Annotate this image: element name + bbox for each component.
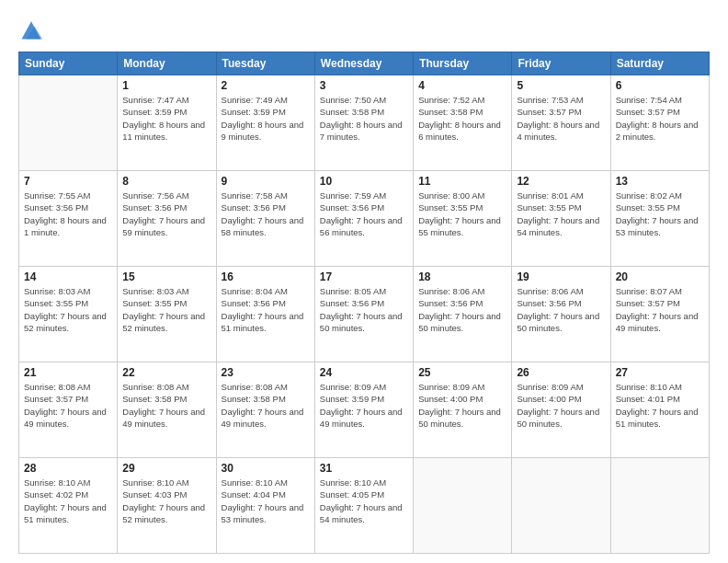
- day-info: Sunrise: 8:09 AMSunset: 4:00 PMDaylight:…: [517, 381, 605, 430]
- day-info: Sunrise: 7:52 AMSunset: 3:58 PMDaylight:…: [418, 94, 506, 143]
- day-info: Sunrise: 8:10 AMSunset: 4:03 PMDaylight:…: [122, 477, 210, 525]
- calendar-cell: [19, 75, 118, 171]
- weekday-header-thursday: Thursday: [414, 52, 512, 75]
- calendar-body: 1Sunrise: 7:47 AMSunset: 3:59 PMDaylight…: [19, 75, 710, 554]
- day-info: Sunrise: 8:01 AMSunset: 3:55 PMDaylight:…: [517, 190, 605, 238]
- weekday-header-sunday: Sunday: [19, 52, 118, 75]
- day-number: 18: [418, 270, 506, 283]
- day-number: 22: [122, 366, 210, 379]
- calendar-cell: 5Sunrise: 7:53 AMSunset: 3:57 PMDaylight…: [512, 75, 610, 171]
- day-info: Sunrise: 8:05 AMSunset: 3:56 PMDaylight:…: [320, 285, 408, 334]
- day-info: Sunrise: 8:00 AMSunset: 3:55 PMDaylight:…: [418, 190, 506, 238]
- day-info: Sunrise: 8:03 AMSunset: 3:55 PMDaylight:…: [122, 285, 210, 334]
- day-info: Sunrise: 8:08 AMSunset: 3:58 PMDaylight:…: [122, 381, 210, 430]
- day-number: 19: [517, 270, 605, 283]
- calendar-cell: 20Sunrise: 8:07 AMSunset: 3:57 PMDayligh…: [610, 267, 709, 362]
- day-number: 7: [24, 175, 112, 188]
- calendar-cell: 9Sunrise: 7:58 AMSunset: 3:56 PMDaylight…: [216, 171, 314, 267]
- day-info: Sunrise: 8:06 AMSunset: 3:56 PMDaylight:…: [418, 285, 506, 334]
- weekday-header-tuesday: Tuesday: [216, 52, 314, 75]
- calendar-cell: 10Sunrise: 7:59 AMSunset: 3:56 PMDayligh…: [314, 171, 413, 267]
- weekday-row: SundayMondayTuesdayWednesdayThursdayFrid…: [19, 52, 710, 75]
- weekday-header-monday: Monday: [118, 52, 216, 75]
- day-number: 28: [24, 462, 112, 475]
- calendar-cell: 18Sunrise: 8:06 AMSunset: 3:56 PMDayligh…: [414, 267, 512, 362]
- calendar-cell: 27Sunrise: 8:10 AMSunset: 4:01 PMDayligh…: [610, 362, 709, 458]
- calendar-cell: 3Sunrise: 7:50 AMSunset: 3:58 PMDaylight…: [314, 75, 413, 171]
- day-number: 5: [517, 79, 605, 92]
- day-number: 11: [418, 175, 506, 188]
- weekday-header-friday: Friday: [512, 52, 610, 75]
- day-info: Sunrise: 8:10 AMSunset: 4:04 PMDaylight:…: [222, 477, 310, 525]
- day-info: Sunrise: 8:06 AMSunset: 3:56 PMDaylight:…: [517, 285, 605, 334]
- day-number: 21: [24, 366, 112, 379]
- calendar-cell: [414, 458, 512, 554]
- day-number: 8: [122, 175, 210, 188]
- day-number: 29: [122, 462, 210, 475]
- calendar-cell: 11Sunrise: 8:00 AMSunset: 3:55 PMDayligh…: [414, 171, 512, 267]
- day-number: 24: [320, 366, 408, 379]
- calendar-cell: 16Sunrise: 8:04 AMSunset: 3:56 PMDayligh…: [216, 267, 314, 362]
- day-number: 31: [320, 462, 408, 475]
- calendar-cell: 13Sunrise: 8:02 AMSunset: 3:55 PMDayligh…: [610, 171, 709, 267]
- calendar-cell: 23Sunrise: 8:08 AMSunset: 3:58 PMDayligh…: [216, 362, 314, 458]
- day-info: Sunrise: 7:58 AMSunset: 3:56 PMDaylight:…: [222, 190, 310, 238]
- day-info: Sunrise: 7:50 AMSunset: 3:58 PMDaylight:…: [320, 94, 408, 143]
- calendar-cell: 12Sunrise: 8:01 AMSunset: 3:55 PMDayligh…: [512, 171, 610, 267]
- calendar-week-2: 7Sunrise: 7:55 AMSunset: 3:56 PMDaylight…: [19, 171, 710, 267]
- calendar-cell: 25Sunrise: 8:09 AMSunset: 4:00 PMDayligh…: [414, 362, 512, 458]
- calendar-week-1: 1Sunrise: 7:47 AMSunset: 3:59 PMDaylight…: [19, 75, 710, 171]
- calendar-cell: 4Sunrise: 7:52 AMSunset: 3:58 PMDaylight…: [414, 75, 512, 171]
- header: [18, 17, 710, 42]
- day-number: 25: [418, 366, 506, 379]
- calendar-cell: 19Sunrise: 8:06 AMSunset: 3:56 PMDayligh…: [512, 267, 610, 362]
- day-number: 2: [222, 79, 310, 92]
- calendar-cell: 28Sunrise: 8:10 AMSunset: 4:02 PMDayligh…: [19, 458, 118, 554]
- calendar-cell: [512, 458, 610, 554]
- calendar-cell: 24Sunrise: 8:09 AMSunset: 3:59 PMDayligh…: [314, 362, 413, 458]
- calendar-cell: 30Sunrise: 8:10 AMSunset: 4:04 PMDayligh…: [216, 458, 314, 554]
- day-info: Sunrise: 8:08 AMSunset: 3:58 PMDaylight:…: [222, 381, 310, 430]
- day-number: 30: [222, 462, 310, 475]
- day-number: 26: [517, 366, 605, 379]
- day-info: Sunrise: 7:53 AMSunset: 3:57 PMDaylight:…: [517, 94, 605, 143]
- calendar-week-5: 28Sunrise: 8:10 AMSunset: 4:02 PMDayligh…: [19, 458, 710, 554]
- day-info: Sunrise: 7:47 AMSunset: 3:59 PMDaylight:…: [122, 94, 210, 143]
- day-info: Sunrise: 8:10 AMSunset: 4:05 PMDaylight:…: [320, 477, 408, 525]
- calendar-cell: 7Sunrise: 7:55 AMSunset: 3:56 PMDaylight…: [19, 171, 118, 267]
- calendar-week-3: 14Sunrise: 8:03 AMSunset: 3:55 PMDayligh…: [19, 267, 710, 362]
- calendar-cell: 2Sunrise: 7:49 AMSunset: 3:59 PMDaylight…: [216, 75, 314, 171]
- calendar-cell: 6Sunrise: 7:54 AMSunset: 3:57 PMDaylight…: [610, 75, 709, 171]
- day-number: 17: [320, 270, 408, 283]
- day-info: Sunrise: 7:56 AMSunset: 3:56 PMDaylight:…: [122, 190, 210, 238]
- day-info: Sunrise: 7:55 AMSunset: 3:56 PMDaylight:…: [24, 190, 112, 238]
- day-info: Sunrise: 8:10 AMSunset: 4:02 PMDaylight:…: [24, 477, 112, 525]
- day-number: 3: [320, 79, 408, 92]
- day-info: Sunrise: 8:02 AMSunset: 3:55 PMDaylight:…: [616, 190, 704, 238]
- calendar-cell: 22Sunrise: 8:08 AMSunset: 3:58 PMDayligh…: [118, 362, 216, 458]
- day-number: 20: [616, 270, 704, 283]
- day-number: 15: [122, 270, 210, 283]
- day-info: Sunrise: 8:08 AMSunset: 3:57 PMDaylight:…: [24, 381, 112, 430]
- page: SundayMondayTuesdayWednesdayThursdayFrid…: [0, 0, 728, 563]
- logo: [18, 17, 48, 42]
- day-number: 13: [616, 175, 704, 188]
- day-info: Sunrise: 7:49 AMSunset: 3:59 PMDaylight:…: [222, 94, 310, 143]
- day-info: Sunrise: 7:54 AMSunset: 3:57 PMDaylight:…: [616, 94, 704, 143]
- day-number: 16: [222, 270, 310, 283]
- day-info: Sunrise: 8:10 AMSunset: 4:01 PMDaylight:…: [616, 381, 704, 430]
- day-info: Sunrise: 8:04 AMSunset: 3:56 PMDaylight:…: [222, 285, 310, 334]
- day-info: Sunrise: 8:09 AMSunset: 3:59 PMDaylight:…: [320, 381, 408, 430]
- calendar-cell: 29Sunrise: 8:10 AMSunset: 4:03 PMDayligh…: [118, 458, 216, 554]
- day-number: 4: [418, 79, 506, 92]
- calendar-cell: 8Sunrise: 7:56 AMSunset: 3:56 PMDaylight…: [118, 171, 216, 267]
- day-info: Sunrise: 7:59 AMSunset: 3:56 PMDaylight:…: [320, 190, 408, 238]
- weekday-header-saturday: Saturday: [610, 52, 709, 75]
- day-number: 9: [222, 175, 310, 188]
- day-number: 14: [24, 270, 112, 283]
- day-number: 1: [122, 79, 210, 92]
- day-info: Sunrise: 8:09 AMSunset: 4:00 PMDaylight:…: [418, 381, 506, 430]
- day-info: Sunrise: 8:03 AMSunset: 3:55 PMDaylight:…: [24, 285, 112, 334]
- day-number: 27: [616, 366, 704, 379]
- logo-icon: [18, 17, 44, 42]
